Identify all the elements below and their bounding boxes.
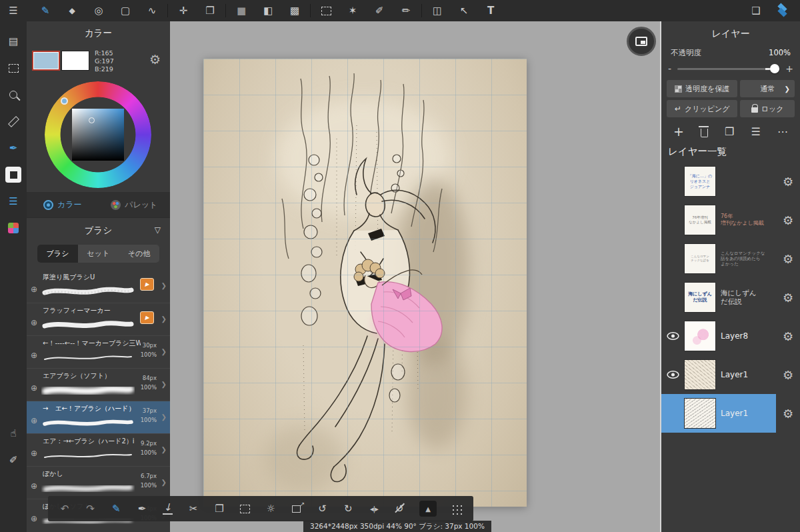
- copy-button[interactable]: ❐: [213, 503, 225, 515]
- blend-mode-button[interactable]: 通常 ❯: [740, 80, 795, 97]
- smudge-tool-button[interactable]: ◎: [85, 0, 112, 21]
- brush-item[interactable]: ぼかし ⊕ 6.7px 100% ❯: [27, 466, 170, 499]
- visibility-eye-icon[interactable]: [666, 331, 680, 341]
- canvas-document-button[interactable]: ▤: [0, 28, 27, 55]
- bucket-tool-button[interactable]: ◧: [255, 0, 281, 21]
- ruler-button[interactable]: [0, 108, 27, 135]
- layer-thumbnail[interactable]: [684, 398, 716, 429]
- palette-button[interactable]: [0, 215, 27, 241]
- rotate-right-button[interactable]: ↻: [342, 503, 354, 515]
- stylus-button[interactable]: ✐: [0, 447, 27, 473]
- video-badge-icon[interactable]: ▶: [140, 278, 154, 291]
- layer-more-button[interactable]: ⋯: [777, 125, 788, 138]
- stylus-mode-button[interactable]: ✒: [136, 503, 148, 515]
- layer-settings-gear-icon[interactable]: ⚙: [783, 213, 793, 227]
- layer-row-selected[interactable]: Layer1 ⚙: [661, 394, 800, 433]
- layer-thumbnail[interactable]: [684, 359, 716, 390]
- duplicate-layer-button[interactable]: ❐: [725, 125, 734, 138]
- layer-row[interactable]: 海にしずん だ伝説 海にしずん だ伝説 ⚙: [661, 278, 800, 317]
- layer-settings-gear-icon[interactable]: ⚙: [783, 252, 793, 266]
- layer-row[interactable]: こんなロマン チックな話を こんなロマンチックな 話をあの頃読めたら よかった …: [661, 239, 800, 278]
- layer-thumbnail[interactable]: 76年増刊 なかよし掲載: [684, 205, 716, 235]
- chevron-right-icon[interactable]: ❯: [161, 446, 167, 453]
- layer-settings-gear-icon[interactable]: ⚙: [783, 329, 793, 343]
- add-layer-button[interactable]: +: [673, 124, 684, 139]
- tab-color[interactable]: カラー: [27, 192, 99, 217]
- save-button[interactable]: ↓: [162, 503, 174, 515]
- layer-thumbnail[interactable]: [684, 321, 716, 351]
- hand-pan-button[interactable]: ☝: [0, 420, 27, 447]
- chevron-right-icon[interactable]: ❯: [161, 348, 167, 355]
- zoom-button[interactable]: [0, 81, 27, 108]
- layer-thumbnail[interactable]: 海にしずん だ伝説: [684, 282, 716, 313]
- move-tool-button[interactable]: ✛: [170, 0, 197, 21]
- menu-button[interactable]: ☰: [0, 0, 27, 21]
- brush-item[interactable]: ←！----←--！マーカーブラシ三W ⊕ 30px 100% ❯: [27, 335, 170, 368]
- magic-wand-tool-button[interactable]: ✶: [339, 0, 366, 21]
- brush-item[interactable]: エア：→←ブラシ（ハード2）i ⊕ 9.2px 100% ❯: [27, 433, 170, 466]
- shape-tool-button[interactable]: ▢: [112, 0, 139, 21]
- layer-row[interactable]: Layer8 ⚙: [661, 317, 800, 355]
- material-panel-button[interactable]: ❑: [743, 0, 769, 21]
- chevron-right-icon[interactable]: ❯: [161, 413, 167, 421]
- tab-set[interactable]: セット: [78, 245, 119, 263]
- brush-item[interactable]: フラッフィーマーカー ⊕ ▶ ❯: [27, 303, 170, 335]
- export-button[interactable]: ↗: [291, 505, 303, 513]
- brush-add-icon[interactable]: ⊕: [31, 285, 37, 294]
- curve-tool-button[interactable]: ∿: [139, 0, 165, 21]
- rotate-left-button[interactable]: ↺: [317, 503, 329, 515]
- brush-item-selected[interactable]: → エ←！アブラシ（ハード） ⊕ 37px 100% ❯: [27, 401, 170, 433]
- layer-settings-gear-icon[interactable]: ⚙: [783, 407, 793, 421]
- layer-row[interactable]: Layer1 ⚙: [661, 355, 800, 394]
- brush-add-icon[interactable]: ⊕: [31, 481, 37, 491]
- tab-brush[interactable]: ブラシ: [37, 245, 78, 263]
- chevron-right-icon[interactable]: ❯: [161, 315, 167, 323]
- canvas-artwork[interactable]: [203, 59, 527, 507]
- paint-tool-button[interactable]: ✒: [0, 135, 27, 161]
- tab-palette[interactable]: パレット: [99, 192, 171, 217]
- transform-tool-button[interactable]: ❐: [197, 0, 223, 21]
- delete-layer-button[interactable]: [701, 129, 708, 137]
- active-tool-indicator[interactable]: [0, 161, 27, 188]
- cut-button[interactable]: ✂: [187, 503, 199, 515]
- select-tool-button[interactable]: [313, 0, 339, 21]
- material-list-button[interactable]: ☰: [0, 188, 27, 215]
- dither-button[interactable]: ☼: [265, 503, 277, 515]
- brush-add-icon[interactable]: ⊕: [31, 416, 37, 425]
- select-area-button[interactable]: [239, 505, 251, 513]
- opacity-decrease-button[interactable]: -: [668, 63, 671, 74]
- video-badge-icon[interactable]: ▶: [140, 311, 154, 324]
- clipping-button[interactable]: ↵ クリッピング: [667, 100, 737, 117]
- protect-alpha-button[interactable]: 透明度を保護: [667, 80, 737, 97]
- text-tool-button[interactable]: T: [477, 0, 504, 21]
- brush-item[interactable]: 厚塗り風ブラシU ⊕ ▶ ❯: [27, 270, 170, 303]
- color-wheel[interactable]: [45, 81, 151, 188]
- redo-button[interactable]: ↷: [85, 503, 97, 515]
- reset-rotation-button[interactable]: ↺: [394, 503, 406, 515]
- opacity-increase-button[interactable]: +: [785, 63, 793, 74]
- sv-indicator[interactable]: [89, 117, 95, 123]
- fill-rect-tool-button[interactable]: ■: [228, 0, 255, 21]
- brush-filter-icon[interactable]: ▽: [155, 218, 161, 242]
- brush-add-icon[interactable]: ⊕: [31, 318, 37, 327]
- layer-thumbnail[interactable]: 「海に…」の リオネスと ジョアンナ: [684, 166, 716, 197]
- grid-toggle-button[interactable]: [451, 503, 463, 515]
- brush-tool-button[interactable]: ✎: [32, 0, 59, 21]
- tab-other[interactable]: その他: [119, 245, 159, 263]
- sv-picker[interactable]: [72, 109, 124, 161]
- layer-row[interactable]: 76年増刊 なかよし掲載 76年 増刊なかよし掲載 ⚙: [661, 201, 800, 239]
- visibility-eye-icon[interactable]: [666, 370, 680, 379]
- material-toggle-button[interactable]: ▲: [419, 501, 437, 517]
- hue-indicator[interactable]: [61, 97, 68, 105]
- divide-tool-button[interactable]: ◫: [424, 0, 451, 21]
- primary-color-swatch[interactable]: [32, 51, 60, 71]
- chevron-right-icon[interactable]: ❯: [161, 282, 167, 289]
- select-eraser-tool-button[interactable]: ✏: [393, 0, 419, 21]
- opacity-slider-knob[interactable]: [770, 64, 779, 73]
- brush-add-icon[interactable]: ⊕: [31, 383, 37, 393]
- pen-snap-button[interactable]: ✎: [110, 503, 122, 515]
- gradient-tool-button[interactable]: ▩: [281, 0, 308, 21]
- selection-button[interactable]: [0, 55, 27, 81]
- brush-add-icon[interactable]: ⊕: [31, 514, 37, 523]
- brush-item[interactable]: エアブラシ（ソフト） ⊕ 84px 100% ❯: [27, 368, 170, 401]
